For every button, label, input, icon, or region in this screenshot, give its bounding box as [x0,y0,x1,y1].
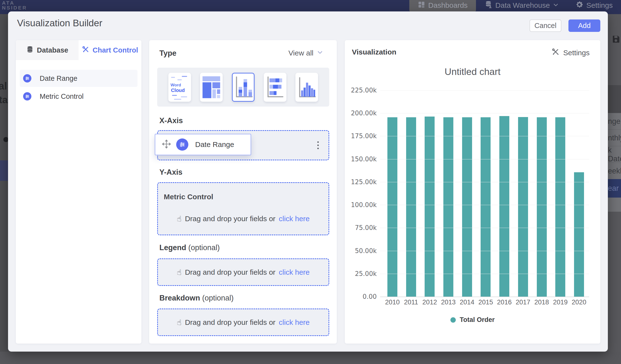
tab-chart-control[interactable]: Chart Control [79,40,141,60]
bar-chart-plot: 2010201120122013201420152016201720182019… [380,90,589,297]
screen: ATA NSIDER Dashboards Data Warehouse [0,0,621,364]
logo-line-2: NSIDER [2,5,27,10]
click-here-link[interactable]: click here [279,215,310,223]
click-here-link[interactable]: click here [279,318,310,327]
dropdown-option[interactable]: eekly [608,163,621,179]
field-item-metric-control[interactable]: Metric Control [20,88,138,105]
backdrop-text-fragment: al [0,80,7,92]
nav-data-warehouse[interactable]: Data Warehouse [476,0,567,12]
cancel-button[interactable]: Cancel [530,19,561,32]
breakdown-dropzone[interactable]: ☝ Drag and drop your fields or click her… [157,309,329,336]
dropdown-option[interactable]: k Date [608,146,621,163]
dropdown-option[interactable]: nthly [608,129,621,146]
dashboards-grid-icon [417,1,425,10]
x-axis-tick-labels: 2010201120122013201420152016201720182019… [380,298,589,306]
backdrop-text-fragment: ta [0,94,8,105]
view-all-dropdown[interactable]: View all [288,49,323,57]
field-item-date-range[interactable]: Date Range [20,70,138,87]
nav-settings-label: Settings [586,1,613,10]
chart-type-treemap[interactable] [200,73,223,102]
drop-hint: ☝ Drag and drop your fields or click her… [158,214,328,223]
chart-settings-button[interactable]: Settings [552,48,590,57]
y-axis-tick-label: 225.00k [347,87,377,94]
word-cloud-text: Cloud [171,87,185,93]
view-all-label: View all [288,49,313,57]
drag-chip-label: Date Range [195,140,234,149]
tab-database[interactable]: Database [16,40,79,60]
field-item-label: Metric Control [40,92,84,101]
tap-hand-icon: ☝ [177,318,181,327]
nav-dashboards[interactable]: Dashboards [409,0,476,12]
gridline [380,182,589,182]
y-axis-tick-label: 50.00k [347,247,377,255]
y-axis-label: Y-Axis [159,168,183,177]
click-here-link[interactable]: click here [279,268,310,277]
legend-marker [450,317,456,323]
tap-hand-icon: ☝ [177,214,181,223]
crossed-tools-icon [82,46,89,55]
chart-type-stacked-bar[interactable] [264,73,286,102]
bar-series [380,90,589,297]
nav-settings[interactable]: Settings [567,0,621,12]
chevron-down-icon [317,49,323,57]
backdrop-dropdown: nge nthly k Date eekly ear [608,113,621,212]
builder-panel: Type View all Word Cloud [149,40,337,344]
drop-hint: ☝ Drag and drop your fields or click her… [158,318,328,327]
y-axis-tick-label: 25.00k [347,270,377,277]
bar [574,172,584,297]
y-axis-tick-label: 175.00k [347,132,377,140]
chart-type-word-cloud[interactable]: Word Cloud [168,73,191,102]
backdrop-right-strip: nge nthly k Date eekly ear [608,14,621,352]
x-axis-tick-label: 2018 [537,298,547,306]
nav-dashboards-label: Dashboards [428,1,468,10]
backdrop-toolbar-band [608,85,621,113]
chart-type-selector: Word Cloud [157,68,329,106]
chart-type-stacked-column-selected[interactable] [232,73,255,102]
breakdown-label-text: Breakdown [159,294,200,302]
legend-dropzone[interactable]: ☝ Drag and drop your fields or click her… [157,259,329,286]
legend-label-text: Legend [159,243,186,252]
backdrop-bullet [3,137,8,142]
chart-settings-label: Settings [563,49,590,57]
legend-section-label: Legend (optional) [159,243,220,252]
database-icon [26,46,34,55]
word-cloud-decoration [182,76,187,77]
word-cloud-decoration [174,99,181,100]
drop-hint-text: Drag and drop your fields or [185,215,276,223]
backdrop-left-strip: al ta [0,14,8,352]
tap-hand-icon: ☝ [177,268,181,277]
x-axis-tick-label: 2014 [462,298,472,306]
x-axis-tick-label: 2016 [499,298,509,306]
kebab-menu-icon[interactable] [317,141,319,149]
x-axis-tick-label: 2020 [574,298,584,306]
gridline [380,90,589,90]
x-axis-tick-label: 2015 [481,298,491,306]
dragging-field-chip[interactable]: Date Range [155,134,251,155]
word-cloud-decoration [172,95,177,96]
gridline [380,228,589,228]
save-icon[interactable] [611,35,621,45]
chart-legend: Total Order [345,316,600,324]
y-axis-tick-label: 100.00k [347,201,377,208]
dropdown-option-selected[interactable]: ear [608,179,621,198]
chart-type-column[interactable] [295,73,318,102]
add-button[interactable]: Add [569,19,600,32]
optional-suffix: (optional) [188,243,220,252]
y-axis-dropzone[interactable]: Metric Control ☝ Drag and drop your fiel… [157,182,329,235]
word-cloud-decoration [181,96,187,97]
gridline [380,297,589,297]
bar [499,116,509,297]
bar [518,117,528,297]
bar [462,117,472,297]
fields-panel: Database Chart Control Date Range [16,40,141,344]
dropdown-option[interactable]: nge [608,113,621,129]
drop-hint-text: Drag and drop your fields or [185,268,276,277]
visualization-label: Visualization [352,48,397,56]
logo-line-1: ATA [2,0,27,5]
backdrop-dark-band [0,160,8,181]
fields-panel-tabs: Database Chart Control [16,40,141,60]
drop-hint: ☝ Drag and drop your fields or click her… [158,268,328,277]
modal-title: Visualization Builder [17,18,103,29]
x-axis-tick-label: 2013 [443,298,453,306]
optional-suffix: (optional) [202,294,234,302]
